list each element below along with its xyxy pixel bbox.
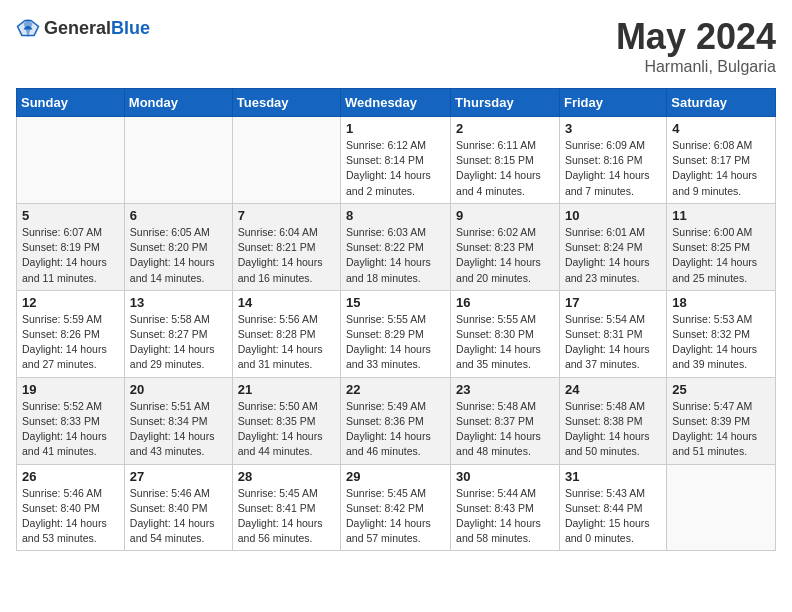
day-info: Sunrise: 5:50 AM Sunset: 8:35 PM Dayligh…	[238, 399, 335, 460]
location-title: Harmanli, Bulgaria	[616, 58, 776, 76]
calendar-cell: 31Sunrise: 5:43 AM Sunset: 8:44 PM Dayli…	[559, 464, 666, 551]
day-number: 10	[565, 208, 661, 223]
day-number: 24	[565, 382, 661, 397]
day-info: Sunrise: 6:02 AM Sunset: 8:23 PM Dayligh…	[456, 225, 554, 286]
logo-text-blue: Blue	[111, 18, 150, 38]
day-number: 13	[130, 295, 227, 310]
day-info: Sunrise: 6:05 AM Sunset: 8:20 PM Dayligh…	[130, 225, 227, 286]
calendar-cell: 16Sunrise: 5:55 AM Sunset: 8:30 PM Dayli…	[451, 290, 560, 377]
day-info: Sunrise: 6:00 AM Sunset: 8:25 PM Dayligh…	[672, 225, 770, 286]
weekday-header-wednesday: Wednesday	[341, 89, 451, 117]
weekday-header-tuesday: Tuesday	[232, 89, 340, 117]
day-number: 17	[565, 295, 661, 310]
calendar-cell: 11Sunrise: 6:00 AM Sunset: 8:25 PM Dayli…	[667, 203, 776, 290]
day-info: Sunrise: 6:11 AM Sunset: 8:15 PM Dayligh…	[456, 138, 554, 199]
day-info: Sunrise: 5:45 AM Sunset: 8:42 PM Dayligh…	[346, 486, 445, 547]
day-info: Sunrise: 6:01 AM Sunset: 8:24 PM Dayligh…	[565, 225, 661, 286]
weekday-header-friday: Friday	[559, 89, 666, 117]
day-number: 16	[456, 295, 554, 310]
day-number: 27	[130, 469, 227, 484]
calendar-cell: 23Sunrise: 5:48 AM Sunset: 8:37 PM Dayli…	[451, 377, 560, 464]
weekday-header-sunday: Sunday	[17, 89, 125, 117]
day-number: 31	[565, 469, 661, 484]
day-info: Sunrise: 6:07 AM Sunset: 8:19 PM Dayligh…	[22, 225, 119, 286]
day-info: Sunrise: 5:53 AM Sunset: 8:32 PM Dayligh…	[672, 312, 770, 373]
calendar-cell: 29Sunrise: 5:45 AM Sunset: 8:42 PM Dayli…	[341, 464, 451, 551]
day-number: 23	[456, 382, 554, 397]
calendar-cell: 24Sunrise: 5:48 AM Sunset: 8:38 PM Dayli…	[559, 377, 666, 464]
day-number: 15	[346, 295, 445, 310]
calendar-cell: 22Sunrise: 5:49 AM Sunset: 8:36 PM Dayli…	[341, 377, 451, 464]
calendar-cell: 25Sunrise: 5:47 AM Sunset: 8:39 PM Dayli…	[667, 377, 776, 464]
day-info: Sunrise: 5:49 AM Sunset: 8:36 PM Dayligh…	[346, 399, 445, 460]
day-number: 18	[672, 295, 770, 310]
day-number: 19	[22, 382, 119, 397]
calendar-cell: 27Sunrise: 5:46 AM Sunset: 8:40 PM Dayli…	[124, 464, 232, 551]
calendar-cell	[232, 117, 340, 204]
calendar-cell: 7Sunrise: 6:04 AM Sunset: 8:21 PM Daylig…	[232, 203, 340, 290]
day-info: Sunrise: 6:03 AM Sunset: 8:22 PM Dayligh…	[346, 225, 445, 286]
calendar-week-row: 1Sunrise: 6:12 AM Sunset: 8:14 PM Daylig…	[17, 117, 776, 204]
day-number: 7	[238, 208, 335, 223]
weekday-header-row: SundayMondayTuesdayWednesdayThursdayFrid…	[17, 89, 776, 117]
day-info: Sunrise: 6:08 AM Sunset: 8:17 PM Dayligh…	[672, 138, 770, 199]
day-number: 29	[346, 469, 445, 484]
day-number: 4	[672, 121, 770, 136]
day-info: Sunrise: 5:45 AM Sunset: 8:41 PM Dayligh…	[238, 486, 335, 547]
day-number: 22	[346, 382, 445, 397]
day-number: 8	[346, 208, 445, 223]
title-block: May 2024 Harmanli, Bulgaria	[616, 16, 776, 76]
calendar-cell: 8Sunrise: 6:03 AM Sunset: 8:22 PM Daylig…	[341, 203, 451, 290]
day-number: 1	[346, 121, 445, 136]
logo: GeneralBlue	[16, 16, 150, 40]
weekday-header-monday: Monday	[124, 89, 232, 117]
day-number: 20	[130, 382, 227, 397]
day-number: 9	[456, 208, 554, 223]
calendar-cell: 26Sunrise: 5:46 AM Sunset: 8:40 PM Dayli…	[17, 464, 125, 551]
page-header: GeneralBlue May 2024 Harmanli, Bulgaria	[16, 16, 776, 76]
day-number: 21	[238, 382, 335, 397]
day-info: Sunrise: 5:54 AM Sunset: 8:31 PM Dayligh…	[565, 312, 661, 373]
calendar-cell: 1Sunrise: 6:12 AM Sunset: 8:14 PM Daylig…	[341, 117, 451, 204]
calendar-cell: 28Sunrise: 5:45 AM Sunset: 8:41 PM Dayli…	[232, 464, 340, 551]
calendar-cell: 19Sunrise: 5:52 AM Sunset: 8:33 PM Dayli…	[17, 377, 125, 464]
calendar-cell	[124, 117, 232, 204]
day-info: Sunrise: 6:12 AM Sunset: 8:14 PM Dayligh…	[346, 138, 445, 199]
calendar-week-row: 19Sunrise: 5:52 AM Sunset: 8:33 PM Dayli…	[17, 377, 776, 464]
logo-text-general: General	[44, 18, 111, 38]
day-number: 5	[22, 208, 119, 223]
calendar-cell: 5Sunrise: 6:07 AM Sunset: 8:19 PM Daylig…	[17, 203, 125, 290]
day-info: Sunrise: 5:46 AM Sunset: 8:40 PM Dayligh…	[22, 486, 119, 547]
calendar-table: SundayMondayTuesdayWednesdayThursdayFrid…	[16, 88, 776, 551]
day-info: Sunrise: 5:43 AM Sunset: 8:44 PM Dayligh…	[565, 486, 661, 547]
calendar-week-row: 26Sunrise: 5:46 AM Sunset: 8:40 PM Dayli…	[17, 464, 776, 551]
calendar-cell: 20Sunrise: 5:51 AM Sunset: 8:34 PM Dayli…	[124, 377, 232, 464]
day-number: 2	[456, 121, 554, 136]
day-number: 3	[565, 121, 661, 136]
weekday-header-saturday: Saturday	[667, 89, 776, 117]
day-info: Sunrise: 5:48 AM Sunset: 8:37 PM Dayligh…	[456, 399, 554, 460]
day-number: 6	[130, 208, 227, 223]
day-number: 25	[672, 382, 770, 397]
day-info: Sunrise: 5:55 AM Sunset: 8:30 PM Dayligh…	[456, 312, 554, 373]
day-number: 12	[22, 295, 119, 310]
day-info: Sunrise: 5:46 AM Sunset: 8:40 PM Dayligh…	[130, 486, 227, 547]
day-info: Sunrise: 5:44 AM Sunset: 8:43 PM Dayligh…	[456, 486, 554, 547]
calendar-cell: 18Sunrise: 5:53 AM Sunset: 8:32 PM Dayli…	[667, 290, 776, 377]
calendar-cell: 12Sunrise: 5:59 AM Sunset: 8:26 PM Dayli…	[17, 290, 125, 377]
calendar-week-row: 12Sunrise: 5:59 AM Sunset: 8:26 PM Dayli…	[17, 290, 776, 377]
calendar-cell	[667, 464, 776, 551]
calendar-cell: 17Sunrise: 5:54 AM Sunset: 8:31 PM Dayli…	[559, 290, 666, 377]
day-info: Sunrise: 5:48 AM Sunset: 8:38 PM Dayligh…	[565, 399, 661, 460]
weekday-header-thursday: Thursday	[451, 89, 560, 117]
calendar-cell: 15Sunrise: 5:55 AM Sunset: 8:29 PM Dayli…	[341, 290, 451, 377]
day-info: Sunrise: 5:59 AM Sunset: 8:26 PM Dayligh…	[22, 312, 119, 373]
day-info: Sunrise: 5:55 AM Sunset: 8:29 PM Dayligh…	[346, 312, 445, 373]
calendar-cell	[17, 117, 125, 204]
calendar-cell: 21Sunrise: 5:50 AM Sunset: 8:35 PM Dayli…	[232, 377, 340, 464]
day-number: 14	[238, 295, 335, 310]
day-info: Sunrise: 6:09 AM Sunset: 8:16 PM Dayligh…	[565, 138, 661, 199]
day-number: 30	[456, 469, 554, 484]
calendar-cell: 4Sunrise: 6:08 AM Sunset: 8:17 PM Daylig…	[667, 117, 776, 204]
day-info: Sunrise: 6:04 AM Sunset: 8:21 PM Dayligh…	[238, 225, 335, 286]
